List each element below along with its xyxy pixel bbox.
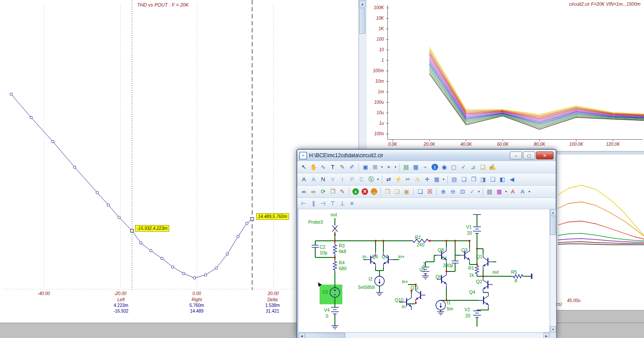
component-Q1[interactable] [483,254,488,261]
component-label[interactable]: 20 [465,313,470,318]
edit-notes-icon[interactable]: ✍ [488,163,497,171]
zoom-dropdown-icon[interactable]: ▾ [477,187,481,196]
find-icon[interactable]: ∞ [299,187,308,196]
align-right-icon[interactable]: ⊣ [319,199,327,208]
component-label[interactable]: 240 [417,242,425,247]
edit-page-icon[interactable]: ✎ [338,187,347,196]
component-Q7[interactable] [383,261,388,268]
component-label[interactable]: I2 [369,276,372,282]
harmonics-plot-canvas[interactable]: 100K10K1K100101100m10m1m100u10u1u100n0.0… [367,0,644,151]
monitor-icon[interactable]: ▣ [361,163,370,171]
component-label[interactable]: R2 [415,235,421,240]
component-label[interactable]: 6k8 [339,249,346,254]
node-conditions-icon[interactable]: C [357,175,366,183]
component-R3[interactable] [333,243,337,255]
warning-icon[interactable]: ⚠ [413,175,422,183]
component-Q10[interactable] [407,303,411,310]
vertical-scrollbar[interactable]: ▲ [359,0,367,151]
spreadsheet-icon[interactable]: ▦ [411,163,420,171]
voltmeter-icon[interactable]: Ⓥ [367,175,376,183]
scroll-up-button[interactable]: ▲ [359,0,366,7]
refresh-icon[interactable]: ⟳ [319,187,327,196]
component-Q10[interactable] [407,294,411,301]
component-label[interactable]: C2 [320,244,326,250]
component-label[interactable]: 20 [467,230,472,236]
component-label[interactable]: 8 [515,278,517,283]
component-label[interactable]: Q10 [395,297,404,303]
flip-x-icon[interactable]: ◧ [498,175,507,183]
pin-align-icon[interactable]: ⇄ [384,175,393,183]
region-select-icon[interactable]: ▢ [449,163,458,171]
add-icon[interactable]: + [352,188,359,195]
more-icon[interactable]: … [371,188,377,195]
component-label[interactable]: Q3 [461,247,467,253]
minimize-button[interactable]: ‒ [510,151,522,159]
component-label[interactable]: 10p [320,250,327,255]
component-label[interactable]: 1k [469,272,474,278]
wire-tool-icon[interactable]: ✎ [338,163,347,171]
component-R4[interactable] [333,260,337,271]
component-label[interactable]: 2 [423,261,425,267]
component-label[interactable]: R1 [468,265,474,271]
component-label[interactable]: Q6 [372,254,378,259]
schematic-drawing[interactable]: outProbe3C210pR36k8R4680in-Q6Q7in+R2240Q… [299,209,550,332]
component-label[interactable]: V3 [322,289,328,295]
maximize-button[interactable]: ▢ [523,151,535,159]
cursor-tag-right[interactable]: 14.489,5.760m [256,213,289,220]
component-Q2[interactable] [483,277,488,283]
component-Q1[interactable] [483,263,488,270]
component-Q11[interactable] [416,296,421,303]
component-label[interactable]: 680 [339,266,347,271]
component-label[interactable]: 0 [326,313,328,319]
component-label[interactable]: Q7 [382,254,388,259]
component-label[interactable]: 330p [443,263,453,268]
title-bar[interactable]: ⌁ H:\BCE\mc12cd\data\circuit2.cir ‒ ▢ ✕ [297,150,556,161]
close-button[interactable]: ✕ [536,151,553,159]
help-eye-icon[interactable]: ◉ [440,163,449,171]
component-label[interactable]: R5 [511,269,517,275]
callout-icon[interactable]: ❑ [488,175,497,183]
component-label[interactable]: V4 [324,307,330,313]
color-palette-icon[interactable]: ▦ [495,187,504,196]
grid-icon[interactable]: ▦ [432,175,441,183]
schematic-scroll-right-button[interactable]: ▶ [543,333,550,338]
find-part-icon[interactable]: ⌖ [384,163,393,171]
component-label[interactable]: V1 [466,224,472,229]
zoom-select-icon[interactable]: ✓ [468,187,477,196]
component-label[interactable]: in- [402,304,407,309]
component-label[interactable]: Q11 [411,285,419,290]
component-I2[interactable] [379,282,381,284]
image-icon[interactable]: ▤ [402,163,411,171]
component-label[interactable]: V2 [464,307,470,312]
voltmeter-dropdown-icon[interactable]: ▾ [376,175,380,183]
cursor-tag-left[interactable]: -16.932,4.223m [135,225,169,232]
schematic-hscroll-thumb[interactable] [305,333,345,338]
copy-icon[interactable]: ❐ [383,187,392,196]
component-I1[interactable] [440,306,442,308]
properties-icon[interactable]: ▤ [485,187,494,196]
delete-sheet-icon[interactable]: ☒ [425,187,434,196]
component-label[interactable]: in- [362,254,368,259]
find-repeat-icon[interactable]: ∞ [309,187,318,196]
right-cursor-marker[interactable] [251,218,254,221]
cut-wire-icon[interactable]: ✂ [404,175,412,183]
component-Q9[interactable] [442,281,446,287]
schematic-scroll-left-button[interactable]: ◀ [299,333,305,338]
align-bottom-icon[interactable]: ⊥ [338,199,347,208]
schematic-horizontal-scrollbar[interactable]: ◀ ▶ [299,332,550,338]
schematic-scroll-up-button[interactable]: ▲ [550,209,556,215]
component-label[interactable]: I1 [447,300,451,305]
waveform-probe-icon[interactable]: ∿ [319,163,327,171]
component-label[interactable]: 5m5859 [358,285,375,290]
distribute-icon[interactable]: ≡ [348,199,356,208]
analysis-chart-icon[interactable]: ⊿ [469,163,477,171]
component-dropdown-icon[interactable]: ▾ [380,163,384,171]
component-Q3[interactable] [465,257,470,263]
diagonal-wire-tool-icon[interactable]: ✐ [348,163,356,171]
checklist-icon[interactable]: ✓ [459,163,468,171]
component-label[interactable]: Q4 [469,289,475,295]
component-label[interactable]: R3 [339,243,345,248]
zoom-in-icon[interactable]: ⊕ [439,187,448,196]
component-label[interactable]: in+ [402,279,408,284]
align-left-icon[interactable]: ⊢ [299,199,308,208]
